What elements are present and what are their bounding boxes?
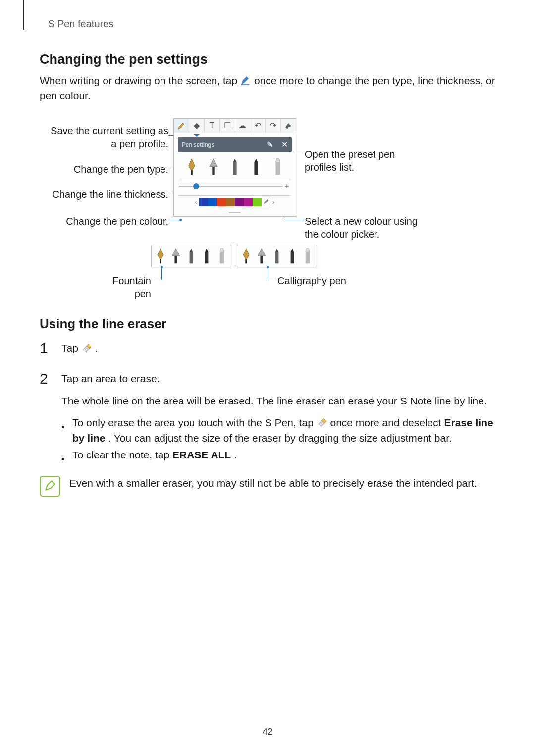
pen-fountain-icon[interactable] [184,158,199,176]
svg-rect-14 [291,252,294,263]
swatch[interactable] [235,198,244,206]
heading-pen-settings: Changing the pen settings [40,52,495,67]
pen-opt-icon[interactable] [154,248,167,264]
bullet-2: To clear the note, tap ERASE ALL . [61,448,495,466]
callout-change-thickness: Change the line thickness. [45,188,168,201]
callout-save-profile: Save the current setting as a pen profil… [45,124,168,150]
b1-b: once more and deselect [330,417,444,428]
save-profile-icon[interactable]: ✎ [262,140,277,149]
swatch[interactable] [244,198,253,206]
svg-rect-4 [255,162,258,175]
heading-line-eraser: Using the line eraser [40,316,495,332]
toolbar-image-icon[interactable]: ☐ [220,119,235,133]
swatch-prev-icon[interactable]: ‹ [193,198,199,206]
colour-swatch-row: ‹ › [174,196,296,209]
thickness-plus-icon[interactable]: ＋ [283,182,291,191]
swatch[interactable] [217,198,226,206]
pen-options-right [237,245,317,267]
svg-rect-0 [241,84,250,85]
pen-opt-icon[interactable] [240,248,253,264]
step-2: 2 Tap an area to erase. The whole line o… [40,371,495,466]
b1-c: . You can adjust the size of the eraser … [108,432,451,444]
swatch[interactable] [208,198,217,206]
swatch[interactable] [226,198,235,206]
close-profile-icon[interactable]: ✕ [277,140,292,149]
toolbar-eraser-icon[interactable]: ◆ [189,119,205,133]
toolbar-redo-icon[interactable]: ↷ [266,119,281,133]
pen-type-row[interactable] [174,155,296,177]
pen-opt-icon[interactable] [270,248,283,264]
step1-a: Tap [61,342,81,353]
svg-rect-6 [160,259,161,264]
pen-calligraphy-icon[interactable] [206,158,221,176]
callout-colour-picker: Select a new colour using the colour pic… [305,215,428,241]
svg-rect-3 [233,162,236,175]
toolbar-text-icon[interactable]: T [205,119,220,133]
callout-change-colour: Change the pen colour. [45,215,168,228]
thickness-slider[interactable]: ＋ [174,179,296,193]
pen-opt-icon[interactable] [169,248,182,264]
thickness-knob[interactable] [193,183,199,189]
bullet-dot [61,448,66,466]
pen-opt-icon[interactable] [286,248,299,264]
toolbar-cloud-icon[interactable]: ☁ [235,119,251,133]
toolbar-undo-icon[interactable]: ↶ [250,119,266,133]
step-number: 2 [40,371,51,466]
pen-icon [240,75,251,86]
step2-line2: The whole line on the area will be erase… [61,394,495,408]
b2-bold: ERASE ALL [172,449,231,460]
pen-settings-diagram: Save the current setting as a pen profil… [40,118,495,297]
pen-opt-icon[interactable] [215,248,228,264]
page-number: 42 [0,726,535,737]
swatch[interactable] [253,198,262,206]
callout-open-presets: Open the preset pen profiles list. [305,148,428,174]
svg-rect-13 [275,252,279,263]
svg-rect-2 [212,167,214,175]
note-icon [40,476,60,497]
pen-opt-icon[interactable] [200,248,213,264]
step2-line1: Tap an area to erase. [61,371,495,386]
pen-options-left [151,245,231,267]
eraser-icon [81,342,92,353]
svg-rect-15 [306,252,310,263]
pen-opt-icon[interactable] [185,248,198,264]
profile-label: Pen settings [178,141,262,148]
step-1: 1 Tap . [40,341,495,362]
panel-toolbar: ◆ T ☐ ☁ ↶ ↷ [174,119,296,133]
svg-rect-12 [260,256,263,263]
svg-rect-7 [174,256,177,263]
pen-opt-icon[interactable] [255,248,268,264]
pen-profile-bar: Pen settings ✎ ✕ [178,137,292,152]
pen-pencil-icon[interactable] [227,158,242,176]
note-text: Even with a smaller eraser, you may stil… [69,476,495,495]
bullet-1: To only erase the area you touch with th… [61,415,495,446]
selection-indicator [174,133,296,137]
step1-b: . [95,342,98,353]
header-rule [23,0,24,30]
callout-fountain: Fountain pen [94,274,151,300]
swatch-next-icon[interactable]: › [270,198,277,206]
svg-rect-1 [191,170,193,175]
intro-text: When writing or drawing on the screen, t… [40,73,495,103]
svg-rect-9 [205,252,209,263]
b1-a: To only erase the area you touch with th… [72,417,317,428]
eraser-icon [317,417,327,428]
callout-calligraphy: Calligraphy pen [277,274,357,287]
swatch[interactable] [199,198,208,206]
svg-rect-11 [245,259,247,264]
note-block: Even with a smaller eraser, you may stil… [40,476,495,497]
toolbar-more-icon[interactable] [281,119,296,133]
toolbar-pen-icon[interactable] [174,119,189,133]
pen-highlighter-icon[interactable] [270,158,285,176]
pen-settings-panel: ◆ T ☐ ☁ ↶ ↷ Pen settings ✎ ✕ [173,118,296,217]
svg-rect-5 [275,162,280,175]
callout-change-type: Change the pen type. [45,163,168,176]
svg-rect-8 [190,252,193,263]
b2-b: . [234,449,237,460]
colour-picker-swatch[interactable] [262,198,270,206]
step-number: 1 [40,341,51,362]
pen-opt-icon[interactable] [301,248,314,264]
pen-marker-icon[interactable] [249,158,264,176]
svg-rect-10 [220,252,224,263]
panel-grip[interactable] [174,209,296,216]
